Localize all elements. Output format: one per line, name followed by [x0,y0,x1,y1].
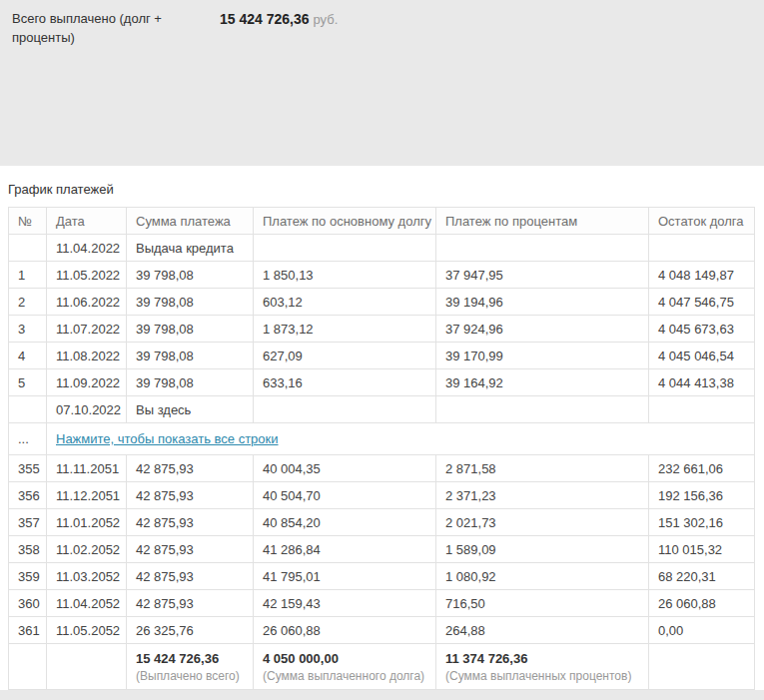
cell-num: 5 [9,369,47,396]
loan-calculator-page: Всего выплачено (долг + проценты) 15 424… [0,0,764,700]
cell-date: 11.06.2022 [47,289,127,316]
cell-num: 4 [9,343,47,369]
payment-schedule-table: № Дата Сумма платежа Платеж по основному… [8,207,755,690]
cell-num: 361 [9,617,47,644]
cell-interest: 2 871,58 [436,455,649,482]
payment-row: 35611.12.205142 875,9340 504,702 371,231… [9,482,755,509]
issue-label: Выдача кредита [127,235,254,262]
total-principal-note: (Сумма выплаченного долга) [263,669,426,683]
cell-principal: 40 854,20 [254,509,436,536]
cell-interest: 716,50 [436,590,649,617]
cell-num: 355 [9,455,47,482]
totals-empty-balance [649,644,755,690]
cell-balance: 4 045 046,54 [649,343,755,369]
cell-interest: 2 371,23 [436,482,649,509]
cell-num: 2 [9,289,47,316]
here-label: Вы здесь [127,396,254,423]
cell-payment: 39 798,08 [127,289,254,316]
total-paid-value: 15 424 726,36 [220,11,310,27]
payment-row: 36011.04.205242 875,9342 159,43716,5026 … [9,590,755,617]
payment-row: 411.08.202239 798,08627,0939 170,994 045… [9,343,755,369]
total-interest-note: (Сумма выплаченных процентов) [445,669,639,683]
cell-payment: 39 798,08 [127,316,254,343]
col-header-num: № [9,208,47,235]
bottom-strip [0,690,764,700]
total-paid-row: Всего выплачено (долг + проценты) 15 424… [12,10,752,48]
cell-balance: 0,00 [649,617,755,644]
cell-date: 11.09.2022 [47,369,127,396]
total-paid-value-wrap: 15 424 726,36руб. [220,10,338,27]
cell-principal: 41 286,84 [254,536,436,563]
schedule-title: График платежей [8,182,755,197]
cell-interest: 37 947,95 [436,262,649,289]
schedule-section: График платежей № Дата Сумма платежа Пла… [0,166,764,690]
col-header-interest: Платеж по процентам [436,208,649,235]
show-all-rows-link[interactable]: Нажмите, чтобы показать все строки [56,431,279,446]
cell-empty [254,235,436,262]
cell-date: 11.07.2022 [47,316,127,343]
cell-payment: 26 325,76 [127,617,254,644]
cell-principal: 1 850,13 [254,262,436,289]
cell-date: 11.12.2051 [47,482,127,509]
issue-date: 11.04.2022 [47,235,127,262]
cell-empty [649,396,755,423]
totals-row: 15 424 726,36 (Выплачено всего) 4 050 00… [9,644,755,690]
cell-date: 11.11.2051 [47,455,127,482]
here-date: 07.10.2022 [47,396,127,423]
cell-num: 359 [9,563,47,590]
cell-empty [436,396,649,423]
cell-num: 360 [9,590,47,617]
cell-principal: 627,09 [254,343,436,369]
cell-balance: 68 220,31 [649,563,755,590]
cell-payment: 42 875,93 [127,563,254,590]
cell-num: 357 [9,509,47,536]
totals-payment-cell: 15 424 726,36 (Выплачено всего) [127,644,254,690]
cell-date: 11.04.2052 [47,590,127,617]
cell-payment: 42 875,93 [127,509,254,536]
cell-principal: 42 159,43 [254,590,436,617]
payment-row: 35711.01.205242 875,9340 854,202 021,731… [9,509,755,536]
cell-interest: 39 170,99 [436,343,649,369]
cell-date: 11.05.2022 [47,262,127,289]
totals-empty-date [47,644,127,690]
cell-num: 1 [9,262,47,289]
cell-interest: 1 589,09 [436,536,649,563]
total-payment-value: 15 424 726,36 [136,651,244,666]
cell-payment: 42 875,93 [127,536,254,563]
cell-interest: 39 164,92 [436,369,649,396]
expand-cell: Нажмите, чтобы показать все строки [47,423,755,455]
table-header-row: № Дата Сумма платежа Платеж по основному… [9,208,755,235]
total-payment-note: (Выплачено всего) [136,669,244,683]
summary-panel: Всего выплачено (долг + проценты) 15 424… [0,0,764,166]
col-header-balance: Остаток долга [649,208,755,235]
cell-balance: 4 047 546,75 [649,289,755,316]
cell-principal: 603,12 [254,289,436,316]
totals-principal-cell: 4 050 000,00 (Сумма выплаченного долга) [254,644,436,690]
cell-payment: 42 875,93 [127,482,254,509]
total-principal-value: 4 050 000,00 [263,651,426,666]
cell-empty [436,235,649,262]
cell-empty [9,396,47,423]
cell-payment: 42 875,93 [127,455,254,482]
cell-principal: 1 873,12 [254,316,436,343]
cell-date: 11.01.2052 [47,509,127,536]
col-header-date: Дата [47,208,127,235]
cell-interest: 264,88 [436,617,649,644]
cell-payment: 39 798,08 [127,369,254,396]
expand-row: ...Нажмите, чтобы показать все строки [9,423,755,455]
cell-payment: 39 798,08 [127,343,254,369]
cell-balance: 192 156,36 [649,482,755,509]
cell-interest: 37 924,96 [436,316,649,343]
cell-principal: 40 504,70 [254,482,436,509]
col-header-payment: Сумма платежа [127,208,254,235]
cell-date: 11.05.2052 [47,617,127,644]
payment-row: 211.06.202239 798,08603,1239 194,964 047… [9,289,755,316]
you-are-here-row: 07.10.2022Вы здесь [9,396,755,423]
cell-balance: 232 661,06 [649,455,755,482]
payment-row: 111.05.202239 798,081 850,1337 947,954 0… [9,262,755,289]
cell-date: 11.03.2052 [47,563,127,590]
cell-payment: 39 798,08 [127,262,254,289]
cell-balance: 4 045 673,63 [649,316,755,343]
cell-interest: 39 194,96 [436,289,649,316]
cell-num: 358 [9,536,47,563]
